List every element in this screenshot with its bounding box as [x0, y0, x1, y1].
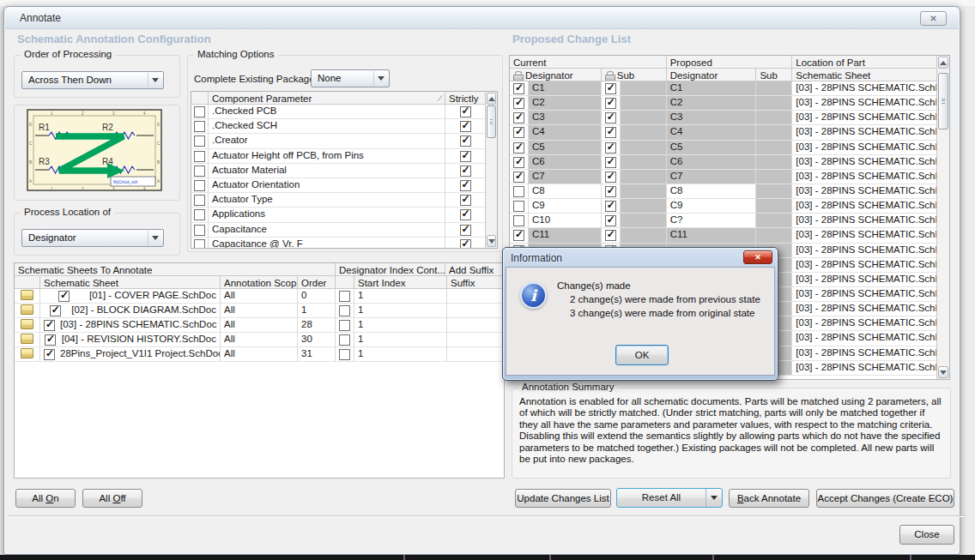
- checkbox[interactable]: [460, 195, 471, 206]
- checkbox[interactable]: [513, 157, 524, 168]
- checkbox[interactable]: [605, 112, 616, 123]
- checkbox[interactable]: [194, 106, 205, 117]
- param-row[interactable]: Actuator Type: [191, 193, 485, 208]
- checkbox[interactable]: [513, 201, 524, 212]
- checkbox[interactable]: [513, 215, 524, 226]
- process-location-select[interactable]: Designator: [21, 229, 164, 247]
- change-row[interactable]: C5C5[03] - 28PINS SCHEMATIC.SchDo: [510, 141, 936, 155]
- scope-column-header[interactable]: Annotation Scope: [221, 276, 298, 289]
- start-index-column-header[interactable]: Start Index: [354, 276, 447, 289]
- current-sub-column-header[interactable]: Sub: [602, 69, 667, 81]
- param-row[interactable]: Actuator Height off PCB, from Pins: [191, 149, 485, 164]
- checkbox[interactable]: [605, 201, 616, 212]
- window-titlebar[interactable]: Annotate ✕: [5, 8, 959, 29]
- checkbox[interactable]: [513, 98, 524, 109]
- checkbox[interactable]: [605, 215, 616, 226]
- checkbox[interactable]: [460, 135, 471, 147]
- checkbox[interactable]: [460, 166, 471, 177]
- checkbox[interactable]: [339, 320, 350, 331]
- checkbox[interactable]: [194, 121, 205, 132]
- checkbox[interactable]: [605, 142, 616, 154]
- checkbox[interactable]: [194, 195, 205, 206]
- checkbox[interactable]: [513, 127, 524, 138]
- checkbox[interactable]: [194, 151, 205, 162]
- param-row[interactable]: .Checked PCB: [191, 105, 485, 119]
- scroll-up-icon[interactable]: [938, 57, 948, 69]
- checkbox[interactable]: [513, 142, 524, 154]
- window-close-icon[interactable]: ✕: [920, 11, 947, 26]
- checkbox[interactable]: [605, 83, 616, 94]
- checkbox[interactable]: [513, 230, 524, 241]
- change-row[interactable]: C7C7[03] - 28PINS SCHEMATIC.SchDo: [510, 170, 936, 184]
- all-off-button[interactable]: All Off: [82, 489, 142, 508]
- checkbox[interactable]: [605, 157, 616, 168]
- scrollbar-thumb[interactable]: [487, 105, 496, 138]
- checkbox[interactable]: [50, 305, 61, 316]
- change-row[interactable]: C8C8[03] - 28PINS SCHEMATIC.SchDo: [510, 184, 936, 199]
- checkbox[interactable]: [460, 180, 471, 191]
- change-row[interactable]: C10C?[03] - 28PINS SCHEMATIC.SchDo: [510, 214, 936, 228]
- checkbox[interactable]: [194, 180, 205, 191]
- checkbox[interactable]: [339, 349, 350, 360]
- checkbox[interactable]: [460, 225, 471, 236]
- checkbox[interactable]: [339, 291, 350, 302]
- checkbox[interactable]: [605, 127, 616, 138]
- param-row[interactable]: Capacitance: [191, 223, 485, 238]
- checkbox[interactable]: [45, 334, 56, 346]
- reset-all-button[interactable]: Reset All: [616, 488, 723, 508]
- change-row[interactable]: C3C3[03] - 28PINS SCHEMATIC.SchDo: [510, 111, 936, 125]
- param-row[interactable]: .Checked SCH: [191, 119, 485, 134]
- schematic-sheet-column-header[interactable]: Schematic Sheet: [792, 69, 936, 81]
- complete-existing-packages-select[interactable]: None: [311, 69, 390, 87]
- scrollbar-thumb[interactable]: [938, 73, 948, 129]
- back-annotate-button[interactable]: Back Annotate: [729, 489, 809, 508]
- param-row[interactable]: Applications: [191, 208, 485, 222]
- change-list-scrollbar[interactable]: [936, 56, 949, 379]
- reset-all-dropdown-icon[interactable]: [706, 489, 722, 507]
- update-changes-list-button[interactable]: Update Changes List: [515, 489, 611, 508]
- checkbox[interactable]: [460, 209, 471, 220]
- checkbox[interactable]: [194, 135, 205, 147]
- checkbox[interactable]: [513, 186, 524, 197]
- current-designator-column-header[interactable]: Designator: [510, 69, 602, 81]
- chevron-down-icon[interactable]: [148, 231, 162, 245]
- checkbox[interactable]: [194, 209, 205, 220]
- sheet-row[interactable]: [04] - REVISION HISTORY.SchDocAll301: [15, 333, 504, 347]
- proposed-sub-column-header[interactable]: Sub: [756, 69, 792, 81]
- index-control-column-header[interactable]: [336, 276, 354, 289]
- strictly-column-header[interactable]: Strictly: [445, 92, 485, 105]
- scroll-down-icon[interactable]: [938, 366, 948, 378]
- checkbox[interactable]: [194, 239, 205, 249]
- information-close-icon[interactable]: ✕: [743, 250, 772, 264]
- change-row[interactable]: C1C1[03] - 28PINS SCHEMATIC.SchDo: [510, 81, 936, 96]
- order-column-header[interactable]: Order: [298, 276, 336, 289]
- change-row[interactable]: C6C6[03] - 28PINS SCHEMATIC.SchDo: [510, 155, 936, 170]
- scroll-down-icon[interactable]: [487, 235, 496, 247]
- checkbox[interactable]: [460, 106, 471, 117]
- param-check-column-header[interactable]: [191, 92, 209, 105]
- change-row[interactable]: C2C2[03] - 28PINS SCHEMATIC.SchDo: [510, 96, 936, 111]
- sheet-row[interactable]: 28Pins_Project_V1I1 Project.SchDocAll311: [15, 347, 504, 362]
- change-row[interactable]: C4C4[03] - 28PINS SCHEMATIC.SchDo: [510, 125, 936, 140]
- checkbox[interactable]: [44, 320, 55, 331]
- accept-changes-button[interactable]: Accept Changes (Create ECO): [816, 489, 954, 508]
- all-on-button[interactable]: All On: [15, 489, 76, 508]
- chevron-down-icon[interactable]: [373, 71, 388, 86]
- checkbox[interactable]: [58, 291, 70, 302]
- change-row[interactable]: C9C9[03] - 28PINS SCHEMATIC.SchDo: [510, 199, 936, 214]
- param-row[interactable]: Capacitance @ Vr. F: [191, 238, 485, 249]
- sheet-row[interactable]: [02] - BLOCK DIAGRAM.SchDocAll11: [15, 304, 504, 318]
- param-row[interactable]: .Creator: [191, 134, 485, 148]
- checkbox[interactable]: [460, 151, 471, 162]
- ok-button[interactable]: OK: [615, 345, 669, 365]
- information-dialog-titlebar[interactable]: Information ✕: [506, 250, 775, 267]
- checkbox[interactable]: [605, 98, 616, 109]
- checkbox[interactable]: [44, 349, 55, 360]
- chevron-down-icon[interactable]: [148, 73, 162, 87]
- order-of-processing-select[interactable]: Across Then Down: [21, 71, 164, 89]
- suffix-column-header[interactable]: Suffix: [447, 276, 504, 289]
- checkbox[interactable]: [513, 172, 524, 183]
- checkbox[interactable]: [194, 166, 205, 177]
- param-name-column-header[interactable]: Component Parameter ∕: [209, 92, 445, 105]
- checkbox[interactable]: [605, 186, 616, 197]
